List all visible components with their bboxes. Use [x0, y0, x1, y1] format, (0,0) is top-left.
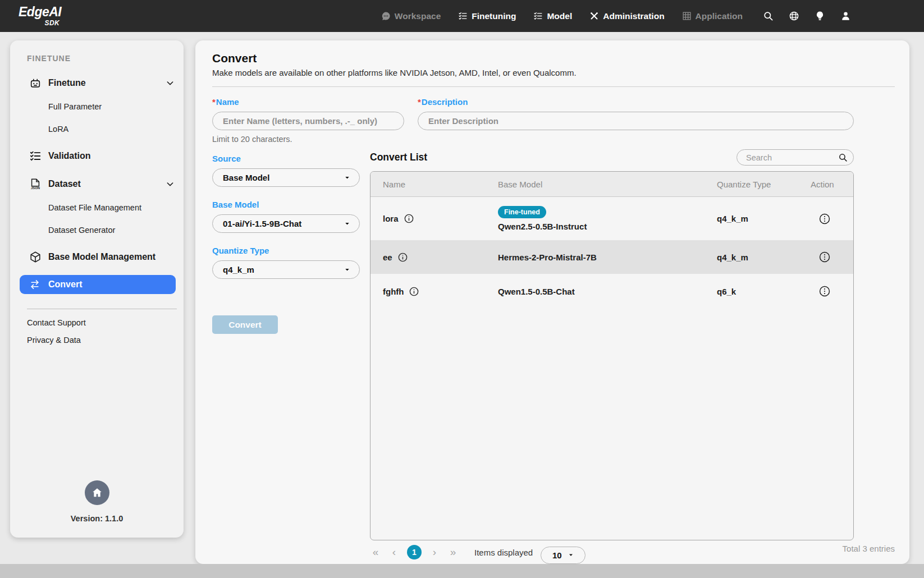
- next-page-button[interactable]: ›: [429, 546, 440, 558]
- last-page-button[interactable]: »: [447, 546, 459, 558]
- info-icon[interactable]: [397, 252, 408, 263]
- name-cell: fghfh: [383, 286, 498, 297]
- base-model-select[interactable]: 01-ai/Yi-1.5-9B-Chat: [212, 214, 360, 233]
- nav-menu: Workspace Finetuning Model Administratio…: [381, 11, 743, 21]
- current-page-button[interactable]: 1: [407, 545, 422, 559]
- nav-item-workspace[interactable]: Workspace: [381, 11, 441, 21]
- nav-item-model[interactable]: Model: [533, 11, 572, 21]
- nav-label: Model: [547, 11, 572, 21]
- lightbulb-icon[interactable]: [815, 11, 825, 21]
- checklist-icon: [533, 11, 543, 21]
- action-cell: [811, 285, 853, 297]
- sidebar-divider: [27, 309, 177, 309]
- page-size-select[interactable]: 10: [541, 547, 585, 564]
- sidebar-item-dataset-generator[interactable]: Dataset Generator: [10, 219, 184, 241]
- sidebar-item-validation[interactable]: Validation: [10, 144, 184, 168]
- prev-page-button[interactable]: ‹: [388, 546, 400, 558]
- search-icon[interactable]: [763, 11, 774, 21]
- row-actions-menu-icon[interactable]: [818, 213, 831, 225]
- contact-support-link[interactable]: Contact Support: [10, 314, 184, 331]
- search-input[interactable]: [737, 149, 854, 166]
- quantize-type-select[interactable]: q4_k_m: [212, 260, 360, 279]
- sidebar-item-dataset-file-management[interactable]: Dataset File Management: [10, 196, 184, 219]
- sidebar-item-base-model-management[interactable]: Base Model Management: [10, 245, 184, 269]
- sidebar-subitem-label: Dataset Generator: [48, 226, 115, 235]
- swap-arrows-icon: [29, 279, 40, 290]
- nav-item-finetuning[interactable]: Finetuning: [458, 11, 516, 21]
- logo-line2: SDK: [19, 20, 61, 26]
- required-mark: *: [418, 97, 421, 107]
- table-row[interactable]: lora Fine-tuned Qwen2.5-0.5B-Instruct q4…: [370, 197, 853, 240]
- first-page-button[interactable]: «: [370, 546, 381, 558]
- row-actions-menu-icon[interactable]: [818, 285, 831, 297]
- name-cell: ee: [383, 252, 498, 263]
- caret-down-icon: [344, 266, 351, 273]
- row-name: ee: [383, 253, 392, 262]
- checklist-icon: [458, 11, 468, 21]
- name-label: *Name: [212, 97, 404, 107]
- convert-list-column: Convert List Name Base Model Quantize Ty…: [370, 146, 854, 564]
- table-empty-space: [370, 309, 853, 540]
- sidebar-item-label: Base Model Management: [48, 252, 155, 262]
- edgeai-logo[interactable]: EdgeAI SDK: [19, 6, 61, 26]
- source-value: Base Model: [223, 173, 269, 182]
- table-row[interactable]: ee Hermes-2-Pro-Mistral-7B q4_k_m: [370, 240, 853, 274]
- top-navbar: EdgeAI SDK Workspace Finetuning Model Ad…: [0, 0, 924, 32]
- description-input[interactable]: [418, 112, 854, 130]
- convert-body: Source Base Model Base Model 01-ai/Yi-1.…: [212, 146, 895, 564]
- source-label: Source: [212, 154, 360, 163]
- footer-link-label: Privacy & Data: [27, 336, 81, 345]
- header-divider: [212, 86, 895, 87]
- checklist-icon: [29, 150, 42, 162]
- json-file-icon: JSON: [29, 178, 42, 190]
- sidebar-item-full-parameter[interactable]: Full Parameter: [10, 95, 184, 118]
- column-header-quantize-type: Quantize Type: [717, 180, 811, 189]
- row-name: lora: [383, 214, 399, 223]
- page-subtitle: Make models are available on other platf…: [212, 68, 895, 77]
- source-select[interactable]: Base Model: [212, 168, 360, 187]
- sidebar-item-label: Dataset: [48, 179, 81, 189]
- caret-down-icon: [344, 174, 351, 181]
- home-button[interactable]: [85, 480, 109, 505]
- name-input[interactable]: [212, 112, 404, 130]
- fine-tuned-badge: Fine-tuned: [498, 206, 546, 218]
- info-icon[interactable]: [409, 286, 419, 297]
- main-content: Convert Make models are available on oth…: [195, 40, 909, 564]
- page-bottom-strip: [0, 564, 924, 578]
- sidebar-item-lora[interactable]: LoRA: [10, 118, 184, 140]
- sidebar-bottom: Version: 1.1.0: [10, 480, 184, 538]
- convert-form-top: *Name Limit to 20 characters. *Descripti…: [212, 97, 895, 144]
- column-header-name: Name: [383, 180, 498, 189]
- row-actions-menu-icon[interactable]: [818, 251, 831, 263]
- sidebar-item-convert[interactable]: Convert: [20, 275, 176, 294]
- nav-item-administration[interactable]: Administration: [589, 11, 664, 21]
- table-header-row: Name Base Model Quantize Type Action: [370, 172, 853, 197]
- sidebar-item-finetune[interactable]: Finetune: [10, 71, 184, 95]
- info-icon[interactable]: [404, 213, 414, 224]
- description-field-group: *Description: [418, 97, 854, 144]
- sidebar-item-dataset[interactable]: JSON Dataset: [10, 172, 184, 196]
- sidebar-subitem-label: Full Parameter: [48, 102, 102, 111]
- row-quantize-type: q6_k: [717, 287, 811, 296]
- row-quantize-type: q4_k_m: [717, 253, 811, 262]
- required-mark: *: [212, 97, 216, 107]
- svg-text:JSON: JSON: [31, 186, 40, 190]
- caret-down-icon: [344, 220, 351, 227]
- grid-icon: [682, 11, 692, 21]
- table-row[interactable]: fghfh Qwen1.5-0.5B-Chat q6_k: [370, 274, 853, 309]
- quantize-type-group: Quantize Type q4_k_m: [212, 246, 360, 279]
- nav-label: Workspace: [395, 11, 441, 21]
- chevron-down-icon: [166, 79, 175, 88]
- pager: « ‹ 1 › »: [370, 545, 459, 559]
- robot-icon: [29, 77, 42, 89]
- caret-down-icon: [568, 552, 574, 558]
- privacy-data-link[interactable]: Privacy & Data: [10, 331, 184, 348]
- convert-list-search: [737, 149, 854, 166]
- user-icon[interactable]: [840, 11, 851, 21]
- nav-item-application[interactable]: Application: [682, 11, 743, 21]
- convert-submit-button[interactable]: Convert: [212, 315, 278, 334]
- search-icon[interactable]: [838, 153, 848, 162]
- row-quantize-type: q4_k_m: [717, 214, 811, 223]
- source-group: Source Base Model: [212, 154, 360, 187]
- globe-icon[interactable]: [789, 11, 799, 21]
